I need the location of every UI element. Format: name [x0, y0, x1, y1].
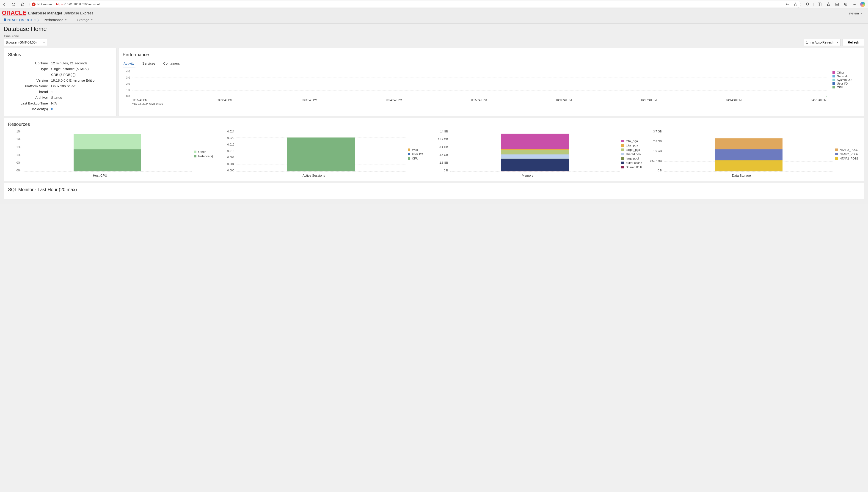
status-row: Platform NameLinux x86 64-bit: [8, 83, 111, 89]
star-icon[interactable]: [792, 1, 798, 7]
activity-date: May 23, 2024 GMT-04:00: [132, 102, 826, 105]
address-bar[interactable]: ✕ Not secure | https://10.61.180.8:5500/…: [29, 1, 801, 8]
status-table: Up Time12 minutes, 21 secondsTypeSingle …: [8, 60, 112, 112]
legend-item: User I/O: [833, 82, 860, 85]
legend-item: Network: [833, 74, 860, 78]
resources-panel: Resources 1%1%1%1%0%0%Host CPUOtherInsta…: [4, 118, 864, 181]
home-icon[interactable]: [20, 1, 26, 7]
legend-item: Instance(s): [194, 154, 219, 158]
status-row: Version19.18.0.0.0 Enterprise Edition: [8, 78, 111, 83]
legend-item: Shared IO P...: [621, 166, 646, 169]
svg-point-6: [853, 4, 853, 4]
page-title: Database Home: [4, 25, 864, 34]
oracle-logo: ORACLE: [2, 10, 26, 16]
status-title: Status: [8, 52, 112, 57]
split-icon[interactable]: [817, 1, 823, 7]
performance-panel: Performance ActivityServicesContainers 4…: [118, 48, 864, 116]
legend-item: large pool: [621, 157, 646, 160]
legend-item: System I/O: [833, 78, 860, 81]
sql-monitor-panel: SQL Monitor - Last Hour (20 max): [4, 183, 864, 199]
legend-item: Other: [833, 71, 860, 74]
legend-item: total_pga: [621, 144, 646, 147]
status-panel: Status Up Time12 minutes, 21 secondsType…: [4, 48, 117, 116]
status-row: Thread1: [8, 89, 111, 94]
legend-item: total_sga: [621, 139, 646, 143]
memory-chart: 14 GB11.2 GB8.4 GB5.6 GB2.8 GB0 BMemoryt…: [436, 131, 646, 177]
activity-legend: OtherNetworkSystem I/OUser I/OCPU: [833, 71, 860, 105]
resources-title: Resources: [8, 122, 860, 127]
not-secure-label: Not secure: [38, 2, 52, 6]
data_storage-chart: 3.7 GB2.8 GB1.9 GB953.7 MB0 BData Storag…: [649, 131, 860, 177]
legend-item: Other: [194, 150, 219, 153]
browser-toolbar: ✕ Not secure | https://10.61.180.8:5500/…: [0, 0, 868, 9]
copilot-icon[interactable]: [860, 2, 865, 7]
timezone-select[interactable]: Browser (GMT-04:00)▼: [4, 39, 47, 46]
autorefresh-select[interactable]: 1 min Auto-Refresh▼: [804, 39, 841, 46]
status-row: ArchiverStarted: [8, 95, 111, 100]
back-icon[interactable]: [1, 1, 7, 7]
status-row: CDB (3 PDB(s)): [8, 72, 111, 77]
status-row: Up Time12 minutes, 21 seconds: [8, 60, 111, 66]
performance-tabs: ActivityServicesContainers: [123, 60, 860, 68]
tab-activity[interactable]: Activity: [123, 60, 135, 68]
legend-item: Wait: [408, 148, 432, 151]
performance-title: Performance: [123, 52, 860, 57]
incidents-link[interactable]: 0: [51, 107, 53, 111]
read-aloud-icon[interactable]: A»: [785, 1, 791, 7]
em-nav: NTAP2 (19.18.0.0.0) Performance▼ Storage…: [0, 17, 868, 24]
legend-item: CPU: [408, 157, 432, 160]
em-header: ORACLE Enterprise Manager Database Expre…: [0, 9, 868, 17]
database-icon: [3, 18, 6, 21]
target-link[interactable]: NTAP2 (19.18.0.0.0): [3, 18, 39, 22]
storage-menu[interactable]: Storage▼: [77, 18, 93, 22]
activity-chart: 4.03.02.01.00.0 03:25:40 PM03:32:40 PM03…: [123, 71, 826, 105]
performance-menu[interactable]: Performance▼: [44, 18, 67, 22]
legend-item: target_pga: [621, 148, 646, 151]
refresh-icon[interactable]: [10, 1, 17, 7]
timezone-label: Time Zone: [4, 34, 864, 38]
health-icon[interactable]: [843, 1, 849, 7]
sql-monitor-title: SQL Monitor - Last Hour (20 max): [8, 187, 860, 192]
host_cpu-chart: 1%1%1%1%0%0%Host CPUOtherInstance(s): [8, 131, 219, 177]
legend-item: NTAP2_PDB1: [835, 157, 860, 160]
refresh-button[interactable]: Refresh: [843, 39, 864, 46]
extensions-icon[interactable]: [804, 1, 811, 7]
legend-item: NTAP2_PDB2: [835, 152, 860, 156]
status-row: TypeSingle Instance (NTAP2): [8, 66, 111, 72]
cpu-baseline: [132, 71, 826, 71]
status-row: Incident(s)0: [8, 106, 111, 112]
more-icon[interactable]: [851, 1, 858, 7]
not-secure-icon: ✕: [32, 2, 35, 6]
status-row: Last Backup TimeN/A: [8, 101, 111, 106]
url-text: https://10.61.180.8:5500/em/shell: [56, 2, 100, 6]
tab-containers[interactable]: Containers: [162, 60, 181, 68]
legend-item: CPU: [833, 85, 860, 89]
product-title: Enterprise Manager Database Express: [28, 11, 94, 15]
svg-point-7: [854, 4, 855, 4]
legend-item: shared pool: [621, 152, 646, 156]
legend-item: User I/O: [408, 152, 432, 156]
user-menu[interactable]: system ▼: [846, 10, 865, 17]
active_sessions-chart: 0.0240.0200.0160.0120.0080.0040.000Activ…: [222, 131, 432, 177]
svg-point-8: [855, 4, 856, 4]
favorites-icon[interactable]: [825, 1, 831, 7]
legend-item: NTAP2_PDB3: [835, 148, 860, 151]
tab-services[interactable]: Services: [142, 60, 156, 68]
legend-item: buffer cache: [621, 161, 646, 165]
collections-icon[interactable]: [834, 1, 840, 7]
